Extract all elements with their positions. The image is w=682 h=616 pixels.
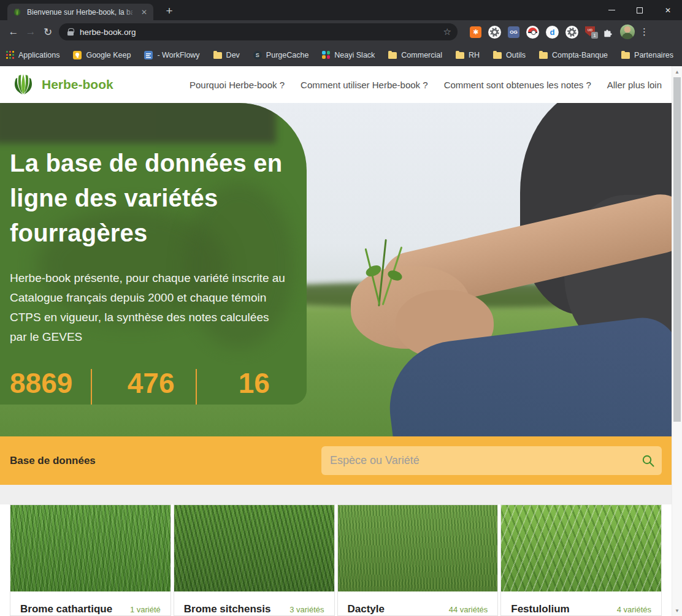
address-bar[interactable]: herbe-book.org ☆ [59, 23, 458, 40]
search-button[interactable] [635, 446, 662, 475]
lock-icon[interactable] [67, 31, 74, 36]
species-title: Brome sitchensis [184, 603, 271, 615]
stat-label: Espèces [239, 403, 288, 405]
stat-label: Variétés [128, 403, 196, 405]
bookmark-folder-commercial[interactable]: Commercial [388, 51, 442, 59]
database-bar-label: Base de données [10, 455, 96, 467]
profile-avatar[interactable] [620, 25, 635, 39]
page-scrollbar[interactable]: ▲ ▼ [672, 66, 682, 616]
bookmark-label: Outils [506, 51, 526, 59]
variety-count: 1 variété [130, 605, 161, 614]
herbe-book-logo-icon [10, 71, 37, 98]
bookmark-folder-dev[interactable]: Dev [213, 51, 240, 59]
bookmarks-bar: Applications Google Keep - WorkFlowy Dev… [0, 44, 682, 66]
search-input[interactable] [321, 446, 635, 475]
tab-strip: Bienvenue sur Herbe-book, la ba ✕ + ✕ [0, 0, 682, 20]
minimize-button[interactable] [597, 0, 626, 20]
species-photo [338, 505, 498, 591]
species-card-festulolium[interactable]: Festulolium 4 variétés [500, 504, 662, 616]
slack-icon [322, 51, 330, 59]
variety-count: 44 variétés [449, 605, 488, 614]
bookmark-purgecache[interactable]: S PurgeCache [253, 51, 309, 59]
diigo-extension-icon[interactable]: d [546, 26, 559, 39]
page-title: La base de données en ligne des variétés… [10, 146, 283, 250]
nav-aller-plus-loin[interactable]: Aller plus loin [607, 80, 662, 90]
bookmark-label: Compta-Banque [552, 51, 608, 59]
close-window-button[interactable]: ✕ [654, 0, 682, 20]
chrome-menu-icon[interactable]: ⋮ [637, 26, 654, 37]
gear-icon [567, 28, 577, 37]
nav-comment-utiliser[interactable]: Comment utiliser Herbe-book ? [301, 80, 428, 90]
bookmark-workflowy[interactable]: - WorkFlowy [144, 51, 199, 59]
bookmark-label: Commercial [401, 51, 442, 59]
species-title: Brome cathartique [20, 603, 112, 615]
folder-icon [456, 52, 464, 59]
species-photo [10, 505, 170, 591]
folder-icon [388, 52, 397, 59]
gear-icon [490, 28, 499, 37]
forward-button[interactable]: → [22, 23, 39, 40]
letter-d-icon: d [550, 28, 555, 37]
stat-varietes: 476 Variétés [91, 369, 196, 405]
site-header: Herbe-book Pourquoi Herbe-book ? Comment… [0, 66, 682, 103]
bookmark-google-keep[interactable]: Google Keep [73, 51, 131, 59]
bookmark-label: - WorkFlowy [157, 51, 199, 59]
stat-value: 8869 [10, 369, 91, 397]
scroll-up-arrow[interactable]: ▲ [672, 66, 682, 77]
bookmark-applications[interactable]: Applications [6, 51, 59, 59]
species-title: Dactyle [348, 603, 385, 615]
window-controls: ✕ [597, 0, 682, 20]
gear-extension-icon[interactable] [488, 26, 501, 39]
nav-comment-notes[interactable]: Comment sont obtenues les notes ? [444, 80, 591, 90]
tab-close-icon[interactable]: ✕ [140, 7, 148, 18]
browser-tab[interactable]: Bienvenue sur Herbe-book, la ba ✕ [7, 4, 153, 20]
species-card-dactyle[interactable]: Dactyle 44 variétés [337, 504, 499, 616]
stat-notations: 8869 Notations [10, 369, 91, 405]
herbe-book-logo[interactable]: Herbe-book [10, 71, 113, 98]
bookmark-star-icon[interactable]: ☆ [443, 26, 451, 37]
puzzle-extensions-icon[interactable] [602, 26, 614, 38]
hero-panel: La base de données en ligne des variétés… [0, 103, 307, 405]
stat-especes: 16 Espèces [196, 369, 288, 405]
hero-description: Herbe-book présente, pour chaque variété… [10, 268, 288, 347]
folder-icon [621, 52, 630, 59]
search-icon [642, 454, 655, 468]
database-bar: Base de données [0, 436, 682, 485]
bookmark-folder-compta-banque[interactable]: Compta-Banque [539, 51, 608, 59]
bookmark-label: Partenaires [634, 51, 673, 59]
nav-pourquoi[interactable]: Pourquoi Herbe-book ? [190, 80, 285, 90]
workflowy-icon [144, 51, 153, 59]
species-card-brome-cathartique[interactable]: Brome cathartique 1 variété [10, 504, 171, 616]
species-card-brome-sitchensis[interactable]: Brome sitchensis 3 variétés [174, 504, 335, 616]
herbe-book-favicon [12, 7, 22, 17]
reload-button[interactable]: ↻ [39, 23, 56, 40]
stat-value: 16 [239, 369, 288, 397]
og-extension-icon[interactable]: OG [508, 26, 519, 38]
browser-toolbar: ← → ↻ herbe-book.org ☆ ✱ OG d UO 1 ⋮ [0, 20, 682, 44]
extensions-row: ✱ OG d UO 1 [470, 26, 614, 39]
folder-icon [213, 52, 222, 59]
ublock-extension-icon[interactable]: UO 1 [585, 26, 596, 37]
variety-count: 3 variétés [289, 605, 324, 614]
bookmark-label: RH [469, 51, 480, 59]
pokeball-extension-icon[interactable] [526, 26, 539, 39]
new-tab-button[interactable]: + [161, 3, 178, 20]
maximize-button[interactable] [626, 0, 654, 20]
scroll-down-arrow[interactable]: ▼ [672, 605, 682, 616]
bookmark-folder-rh[interactable]: RH [456, 51, 480, 59]
url-text: herbe-book.org [80, 28, 136, 37]
bookmark-folder-outils[interactable]: Outils [493, 51, 526, 59]
scrollbar-thumb[interactable] [673, 77, 681, 422]
bookmark-folder-partenaires[interactable]: Partenaires [621, 51, 673, 59]
species-title: Festulolium [511, 603, 569, 615]
bookmark-neayi-slack[interactable]: Neayi Slack [322, 51, 375, 59]
gear2-extension-icon[interactable] [565, 26, 578, 39]
bookmark-label: Applications [18, 51, 59, 59]
keep-bulb-icon [73, 51, 82, 59]
back-button[interactable]: ← [5, 23, 22, 40]
section-divider [0, 485, 682, 504]
hubspot-extension-icon[interactable]: ✱ [470, 26, 481, 38]
species-photo [501, 505, 661, 591]
minimize-icon [608, 10, 615, 11]
purgecache-icon: S [253, 51, 262, 59]
